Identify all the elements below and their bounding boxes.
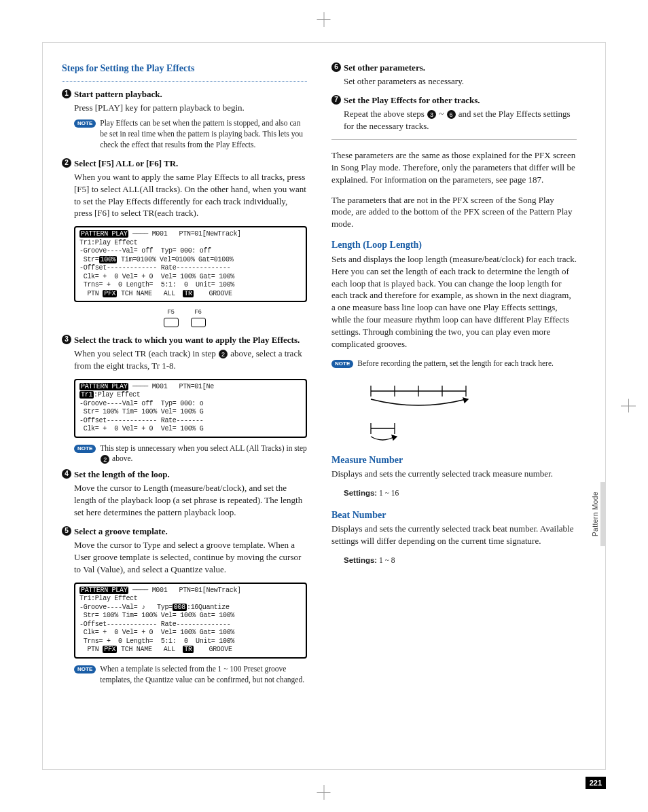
beat-settings: Settings: 1 ~ 8 bbox=[331, 555, 577, 566]
note-row: NOTE Play Effects can be set when the pa… bbox=[62, 118, 307, 151]
loop-diagram bbox=[357, 377, 577, 445]
measure-heading: Measure Number bbox=[331, 454, 577, 466]
beat-heading: Beat Number bbox=[331, 509, 577, 521]
page-number: 221 bbox=[586, 777, 606, 789]
step-5: 5 Select a groove template. Move the cur… bbox=[62, 525, 307, 576]
beat-body: Displays and sets the currently selected… bbox=[331, 523, 577, 547]
step-1: 1 Start pattern playback. Press [PLAY] k… bbox=[62, 88, 307, 150]
step-body: Set other parameters as necessary. bbox=[331, 75, 577, 88]
step-number-icon: 3 bbox=[62, 335, 71, 344]
section-underline bbox=[62, 81, 307, 82]
lcd-screenshot-1: PATTERN PLAY ──── M001 PTN=01[NewTrack] … bbox=[74, 226, 307, 302]
step-title: Set other parameters. bbox=[344, 62, 425, 74]
side-tab: Pattern Mode bbox=[590, 482, 606, 546]
step-ref-icon: 2 bbox=[101, 455, 109, 464]
length-body: Sets and displays the loop length (measu… bbox=[331, 253, 577, 351]
step-body: When you want to apply the same Play Eff… bbox=[62, 171, 307, 220]
right-column: 6 Set other parameters. Set other parame… bbox=[323, 43, 605, 769]
note-row: NOTE This step is unnecessary when you s… bbox=[62, 443, 307, 465]
paragraph: The parameters that are not in the PFX s… bbox=[331, 194, 577, 231]
note-icon: NOTE bbox=[74, 445, 96, 453]
step-body: When you select TR (each track) in step … bbox=[62, 348, 307, 372]
step-ref-icon: 3 bbox=[427, 110, 436, 119]
step-4: 4 Set the length of the loop. Move the c… bbox=[62, 468, 307, 519]
note-text: Before recording the pattern, set the le… bbox=[357, 358, 554, 369]
length-heading: Length (Loop Length) bbox=[331, 238, 577, 251]
step-ref-icon: 6 bbox=[447, 110, 456, 119]
lcd-screenshot-2: PATTERN PLAY ──── M001 PTN=01[Ne Tr1:Pla… bbox=[74, 379, 307, 438]
section-title: Steps for Setting the Play Effects bbox=[62, 62, 307, 75]
svg-marker-6 bbox=[463, 398, 468, 403]
step-number-icon: 7 bbox=[331, 95, 341, 105]
step-number-icon: 4 bbox=[62, 469, 71, 479]
measure-settings: Settings: 1 ~ 16 bbox=[331, 488, 577, 499]
step-body: Press [PLAY] key for pattern playback to… bbox=[62, 102, 307, 114]
divider bbox=[331, 139, 577, 140]
left-column: Steps for Setting the Play Effects 1 Sta… bbox=[43, 43, 323, 769]
note-text: Play Effects can be set when the pattern… bbox=[100, 118, 307, 151]
step-body: Move the cursor to Length (measure/beat/… bbox=[62, 482, 307, 519]
measure-body: Displays and sets the currently selected… bbox=[331, 468, 577, 480]
lcd-screenshot-3: PATTERN PLAY ──── M001 PTN=01[NewTrack] … bbox=[74, 583, 307, 659]
note-row: NOTE Before recording the pattern, set t… bbox=[331, 358, 577, 369]
step-7: 7 Set the Play Effects for other tracks.… bbox=[331, 94, 577, 132]
step-title: Set the length of the loop. bbox=[74, 468, 170, 481]
step-body: Move the cursor to Type and select a gro… bbox=[62, 539, 307, 576]
step-number-icon: 5 bbox=[62, 526, 71, 536]
paragraph: These parameters are the same as those e… bbox=[331, 149, 577, 186]
step-ref-icon: 2 bbox=[219, 350, 228, 358]
note-icon: NOTE bbox=[331, 360, 353, 368]
step-title: Select [F5] ALL or [F6] TR. bbox=[74, 158, 178, 170]
step-number-icon: 1 bbox=[62, 89, 71, 98]
step-title: Start pattern playback. bbox=[74, 88, 162, 100]
loop-diagram-svg bbox=[357, 377, 473, 445]
note-icon: NOTE bbox=[74, 665, 96, 673]
note-icon: NOTE bbox=[74, 119, 96, 128]
step-title: Select a groove template. bbox=[74, 525, 168, 538]
step-body: Repeat the above steps 3 ~ 6 and set the… bbox=[331, 108, 577, 132]
step-2: 2 Select [F5] ALL or [F6] TR. When you w… bbox=[62, 158, 307, 220]
f5-key: F5 bbox=[164, 308, 179, 327]
function-keys: F5 F6 bbox=[62, 308, 307, 327]
step-number-icon: 2 bbox=[62, 158, 71, 168]
svg-marker-10 bbox=[392, 435, 397, 440]
note-row: NOTE When a template is selected from th… bbox=[62, 664, 307, 686]
page-frame: Steps for Setting the Play Effects 1 Sta… bbox=[42, 42, 606, 770]
step-3: 3 Select the track to which you want to … bbox=[62, 334, 307, 372]
note-text: This step is unnecessary when you select… bbox=[100, 443, 307, 465]
step-number-icon: 6 bbox=[331, 62, 341, 72]
f6-key: F6 bbox=[191, 308, 206, 327]
step-title: Select the track to which you want to ap… bbox=[74, 334, 300, 346]
step-title: Set the Play Effects for other tracks. bbox=[344, 94, 480, 107]
step-6: 6 Set other parameters. Set other parame… bbox=[331, 62, 577, 88]
note-text: When a template is selected from the 1 ~… bbox=[100, 664, 307, 686]
